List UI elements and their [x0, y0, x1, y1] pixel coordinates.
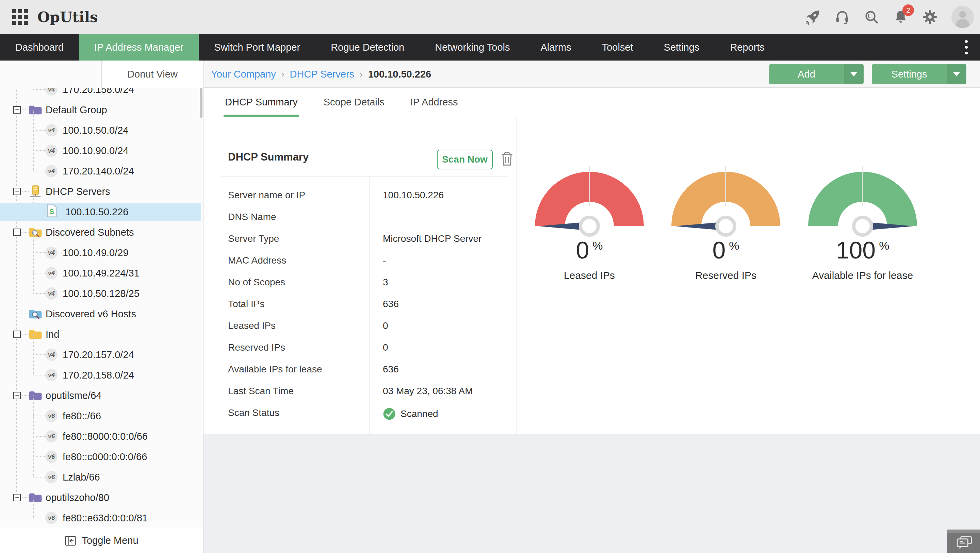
server-yellow-icon	[29, 185, 42, 198]
bell-icon[interactable]: 2	[893, 9, 908, 25]
collapse-toggle-icon[interactable]: −	[13, 331, 21, 338]
tree-item-label: fe80::8000:0:0:0/66	[63, 431, 148, 442]
nav-item-alarms[interactable]: Alarms	[525, 34, 586, 60]
tree-item-oputilsme-64[interactable]: −oputilsme/64	[0, 386, 201, 405]
summary-row-no-of-scopes: No of Scopes3	[204, 275, 517, 290]
tree-item-label: Ind	[46, 329, 59, 340]
breadcrumb: Your Company›DHCP Servers›100.10.50.226	[211, 60, 431, 88]
v4-badge: v4	[45, 88, 57, 95]
nav-overflow-kebab-icon[interactable]	[959, 34, 973, 60]
v4-badge: v4	[45, 267, 57, 279]
rocket-icon[interactable]	[805, 9, 821, 25]
add-dropdown-arrow-icon[interactable]	[844, 64, 864, 84]
scan-now-button[interactable]: Scan Now	[437, 149, 493, 169]
tree-item-discovered-subnets[interactable]: −Discovered Subnets	[0, 223, 201, 242]
user-avatar[interactable]	[951, 6, 974, 28]
nav-item-settings[interactable]: Settings	[649, 34, 715, 60]
add-button-label: Add	[769, 64, 844, 84]
tree-guide-line	[33, 518, 45, 518]
nav-item-reports[interactable]: Reports	[714, 34, 780, 60]
tree-item-label: 100.10.90.0/24	[63, 145, 129, 156]
field-label: Server name or IP	[228, 190, 305, 201]
field-value: Scanned	[383, 407, 438, 420]
tree-item-170-20-157-0-24[interactable]: v4170.20.157.0/24	[0, 346, 201, 364]
tree-item-discovered-v6-hosts[interactable]: Discovered v6 Hosts	[0, 305, 201, 323]
folder-purple-icon	[29, 103, 42, 116]
toggle-menu-icon	[65, 536, 76, 546]
card-title: DHCP Summary	[228, 151, 309, 163]
tree-item-100-10-49-224-31[interactable]: v4100.10.49.224/31	[0, 264, 201, 282]
folder-yellow-icon	[29, 328, 42, 341]
collapse-toggle-icon[interactable]: −	[13, 392, 21, 399]
add-button[interactable]: Add	[769, 64, 864, 84]
tree-guide-line	[21, 191, 29, 192]
nav-item-switch-port-mapper[interactable]: Switch Port Mapper	[199, 34, 315, 60]
tree-item-fe80-66[interactable]: v6fe80::/66	[0, 407, 201, 425]
apps-grid-icon[interactable]	[12, 9, 28, 25]
tree-guide-line	[33, 375, 45, 375]
collapse-toggle-icon[interactable]: −	[13, 229, 21, 236]
file-s-icon: S	[45, 204, 59, 217]
tree-item-oputilszoho-80[interactable]: −oputilszoho/80	[0, 488, 201, 507]
v4-badge: v4	[45, 124, 57, 137]
gauge-hub	[852, 216, 873, 237]
tree-guide-line	[17, 313, 29, 314]
tree-item-ind[interactable]: −Ind	[0, 325, 201, 343]
search-icon[interactable]	[864, 9, 879, 25]
trash-icon[interactable]	[500, 151, 514, 167]
tab-donut-view[interactable]: Donut View	[102, 60, 204, 88]
chat-bubbles-icon	[956, 535, 973, 551]
svg-text:S: S	[49, 207, 54, 215]
tree-item-dhcp-servers[interactable]: −DHCP Servers	[0, 182, 201, 201]
breadcrumb-link-dhcp-servers[interactable]: DHCP Servers	[290, 69, 354, 80]
tree-guide-line	[33, 354, 45, 355]
tree-guide-line	[33, 150, 45, 151]
tree-item-label: 100.10.49.0/29	[63, 247, 129, 259]
tree-item-fe80-c000-0-0-0-66[interactable]: v6fe80::c000:0:0:0/66	[0, 448, 201, 466]
tree-item-lzlab-66[interactable]: v6Lzlab/66	[0, 468, 201, 486]
tree-guide-line	[21, 110, 29, 110]
tree-item-100-10-50-128-25[interactable]: v4100.10.50.128/25	[0, 284, 201, 303]
tab-scope-details[interactable]: Scope Details	[324, 88, 385, 117]
field-value: Microsoft DHCP Server	[383, 233, 482, 244]
tree-item-170-20-158-0-24[interactable]: v4170.20.158.0/24	[0, 366, 201, 384]
gauge-reserved-ips: 0%Reserved IPs	[671, 172, 780, 284]
tree-item-label: oputilsme/64	[46, 390, 102, 401]
tree-item-100-10-50-226[interactable]: S100.10.50.226	[0, 203, 201, 221]
gauge-value: 0%	[521, 238, 657, 262]
tab-dhcp-summary[interactable]: DHCP Summary	[225, 88, 298, 117]
collapse-toggle-icon[interactable]: −	[13, 188, 21, 195]
tree-item-label: fe80::e63d:0:0:0/81	[63, 513, 148, 524]
headset-icon[interactable]	[834, 9, 850, 25]
main-nav: DashboardIP Address ManagerSwitch Port M…	[0, 34, 980, 60]
notification-badge: 2	[902, 5, 914, 16]
nav-item-networking-tools[interactable]: Networking Tools	[420, 34, 525, 60]
nav-item-ip-address-manager[interactable]: IP Address Manager	[79, 34, 199, 60]
tree-item-fe80-8000-0-0-0-66[interactable]: v6fe80::8000:0:0:0/66	[0, 427, 201, 445]
breadcrumb-chevron-icon: ›	[282, 69, 285, 79]
gear-icon[interactable]	[922, 9, 938, 25]
tree-item-default-group[interactable]: −Default Group	[0, 101, 201, 119]
gauge-leased-ips: 0%Leased IPs	[535, 172, 644, 284]
breadcrumb-link-your-company[interactable]: Your Company	[211, 69, 276, 80]
tab-ip-address[interactable]: IP Address	[410, 88, 458, 117]
tree-item-fe80-e63d-0-0-0-81[interactable]: v6fe80::e63d:0:0:0/81	[0, 509, 201, 527]
tree-item-100-10-50-0-24[interactable]: v4100.10.50.0/24	[0, 121, 201, 140]
tree-item-170-20-158-0-24[interactable]: v4170.20.158.0/24	[0, 88, 201, 99]
tree-item-label: Lzlab/66	[63, 472, 100, 483]
sidebar-scrollbar[interactable]	[200, 88, 202, 118]
nav-item-rogue-detection[interactable]: Rogue Detection	[315, 34, 420, 60]
toggle-menu-button[interactable]: Toggle Menu	[0, 528, 203, 553]
tree-item-170-20-140-0-24[interactable]: v4170.20.140.0/24	[0, 162, 201, 180]
v4-badge: v4	[45, 288, 57, 300]
nav-item-toolset[interactable]: Toolset	[587, 34, 649, 60]
collapse-toggle-icon[interactable]: −	[13, 106, 21, 114]
v4-badge: v4	[45, 165, 57, 177]
feedback-chat-button[interactable]	[947, 529, 980, 553]
tree-item-100-10-90-0-24[interactable]: v4100.10.90.0/24	[0, 141, 201, 160]
settings-dropdown-arrow-icon[interactable]	[947, 64, 966, 84]
tree-item-100-10-49-0-29[interactable]: v4100.10.49.0/29	[0, 243, 201, 262]
settings-button[interactable]: Settings	[872, 64, 966, 84]
collapse-toggle-icon[interactable]: −	[13, 494, 21, 501]
nav-item-dashboard[interactable]: Dashboard	[0, 34, 79, 60]
